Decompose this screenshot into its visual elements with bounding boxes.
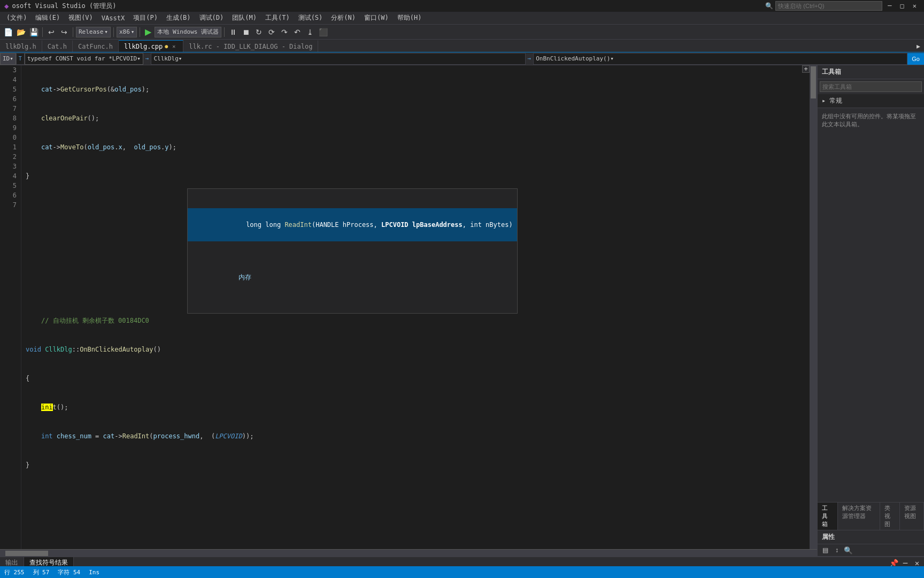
title-right: 🔍 ─ □ ✕ (765, 1, 920, 11)
tab-llkdlgh[interactable]: llkDlg.h (0, 40, 42, 52)
section-arrow: ▸ (822, 97, 829, 104)
code-line-5: cat->MoveTo(old_pos.x, old_pos.y); (26, 142, 810, 152)
menu-help[interactable]: 帮助(H) (393, 12, 426, 24)
menu-analyze[interactable]: 分析(N) (327, 12, 360, 24)
save-button[interactable]: 💾 (28, 26, 40, 38)
tab-scroll-right[interactable]: ▸ (912, 40, 924, 52)
code-area[interactable]: 3 4 5 6 7 8 9 0 1 2 3 4 5 6 7 cat->GetCu… (0, 65, 817, 549)
search-icon: 🔍 (765, 2, 773, 10)
nav-arrow-1: → (143, 55, 151, 62)
right-tab-resource[interactable]: 资源视图 (900, 503, 924, 530)
panel-content: 此组中没有可用的控件。将某项拖至此文本以具箱。 (818, 108, 924, 502)
menu-tools[interactable]: 工具(T) (261, 12, 294, 24)
prop-category-btn[interactable]: ▤ (820, 545, 830, 555)
open-button[interactable]: 📂 (15, 26, 27, 38)
code-line-4a: init(); (26, 402, 810, 412)
nav-bar: ID ▾ T typedef CONST void far *LPCVOID ▾… (0, 52, 924, 65)
toolbox-search-input[interactable] (820, 81, 922, 92)
menu-bar: (文件) 编辑(E) 视图(V) VAsstX 项目(P) 生成(B) 调试(D… (0, 12, 924, 25)
quick-launch-input[interactable] (775, 1, 882, 11)
code-line-2a: void CllkDlg::OnBnClickedAutoplay() (26, 345, 810, 354)
title-text: osoft Visual Studio (管理员) (12, 2, 116, 11)
config-arrow: ▾ (104, 28, 108, 35)
code-line-6a: } (26, 460, 810, 470)
toolbar-btn-8[interactable]: ⬛ (317, 26, 329, 38)
minimize-button[interactable]: ─ (884, 2, 895, 10)
toolbar-btn-2[interactable]: ⏹ (240, 26, 252, 38)
new-project-button[interactable]: 📄 (2, 26, 14, 38)
menu-project[interactable]: 项目(P) (129, 12, 162, 24)
properties-title: 属性 (818, 530, 924, 544)
code-line-7a (26, 489, 810, 499)
tab-llkdlgcpp[interactable]: llkDlg.cpp ● ✕ (119, 40, 183, 52)
debug-target-label: 本地 Windows 调试器 (155, 27, 221, 37)
toolbar-btn-1[interactable]: ⏸ (227, 26, 239, 38)
menu-build[interactable]: 生成(B) (162, 12, 195, 24)
menu-view[interactable]: 视图(V) (64, 12, 97, 24)
tab-catfunch[interactable]: CatFunc.h (73, 40, 119, 52)
toolbar-btn-7[interactable]: ⤓ (304, 26, 316, 38)
start-debug-button[interactable]: ▶ (143, 27, 153, 37)
right-panel-tabs: 工具箱 解决方案资源管理器 类视图 资源视图 (818, 502, 924, 530)
maximize-button[interactable]: □ (897, 2, 907, 10)
prop-search-btn[interactable]: 🔍 (843, 545, 853, 555)
tab-label-llkrc: llk.rc - IDD_LLK_DIALOG - Dialog (189, 43, 312, 50)
toolbar-sep-1 (42, 27, 43, 37)
horizontal-scrollbar[interactable] (0, 549, 817, 557)
nav-typedef-icon-sym: T (19, 56, 22, 62)
nav-typedef-dropdown[interactable]: typedef CONST void far *LPCVOID ▾ (25, 53, 143, 65)
h-scrollbar-thumb[interactable] (5, 551, 48, 556)
toolbar-btn-6[interactable]: ↶ (291, 26, 303, 38)
tab-cath[interactable]: Cat.h (42, 40, 73, 52)
tooltip-param-active: LPCVOID lpBaseAddress (381, 221, 463, 229)
right-tab-solution[interactable]: 解决方案资源管理器 (838, 503, 880, 530)
properties-area: 属性 ▤ ↕ 🔍 (818, 530, 924, 557)
add-watch-button[interactable]: + (802, 65, 810, 73)
code-line-3a: { (26, 374, 810, 383)
undo-button[interactable]: ↩ (45, 26, 57, 38)
scrollbar-thumb[interactable] (811, 66, 816, 98)
nav-context-dropdown[interactable]: ID ▾ (0, 53, 16, 65)
code-line-5a: int chess_num = cat->ReadInt(process_hwn… (26, 431, 810, 441)
toolbar-btn-3[interactable]: ↻ (253, 26, 265, 38)
config-label: Release (79, 28, 103, 35)
nav-typedef-label: typedef CONST void far *LPCVOID (27, 55, 137, 62)
close-button[interactable]: ✕ (910, 2, 920, 10)
vertical-scrollbar[interactable] (810, 65, 817, 549)
status-line: 行 255 (4, 568, 25, 576)
config-dropdown[interactable]: Release ▾ (76, 27, 111, 37)
right-tab-class[interactable]: 类视图 (880, 503, 900, 530)
menu-debug[interactable]: 调试(D) (195, 12, 228, 24)
title-left: ◆ osoft Visual Studio (管理员) (4, 2, 116, 11)
prop-alpha-btn[interactable]: ↕ (831, 545, 842, 555)
menu-file[interactable]: (文件) (2, 12, 31, 24)
menu-test[interactable]: 测试(S) (294, 12, 327, 24)
autocomplete-tooltip: long long ReadInt(HANDLE hProcess, LPCVO… (187, 188, 518, 314)
toolbar-btn-4[interactable]: ⟳ (266, 26, 278, 38)
nav-func-dropdown[interactable]: OnBnClickedAutoplay() ▾ (533, 53, 907, 65)
toolbar-sep-5 (224, 27, 225, 37)
tab-llkrc[interactable]: llk.rc - IDD_LLK_DIALOG - Dialog (183, 40, 318, 52)
status-bar: 行 255 列 57 字符 54 Ins (0, 566, 924, 578)
menu-team[interactable]: 团队(M) (228, 12, 261, 24)
tab-modified-indicator: ● (165, 43, 168, 49)
menu-edit[interactable]: 编辑(E) (31, 12, 64, 24)
nav-func-arrow: ▾ (610, 55, 614, 62)
nav-go-button[interactable]: Go (907, 53, 924, 65)
redo-button[interactable]: ↪ (58, 26, 70, 38)
platform-dropdown[interactable]: x86 ▾ (117, 27, 137, 37)
nav-context-arrow: ▾ (10, 55, 13, 62)
panel-empty-text: 此组中没有可用的控件。将某项拖至此文本以具箱。 (822, 113, 916, 128)
nav-class-dropdown[interactable]: CllkDlg ▾ (151, 53, 525, 65)
right-tab-toolbox[interactable]: 工具箱 (818, 503, 838, 530)
toolbar-btn-5[interactable]: ↷ (279, 26, 290, 38)
toolbar: 📄 📂 💾 ↩ ↪ Release ▾ x86 ▾ ▶ 本地 Windows 调… (0, 25, 924, 40)
menu-vassistx[interactable]: VAsstX (97, 13, 129, 23)
tab-close-llkdlgcpp[interactable]: ✕ (170, 43, 178, 50)
tab-label-llkdlgcpp: llkDlg.cpp (124, 43, 163, 50)
title-bar: ◆ osoft Visual Studio (管理员) 🔍 ─ □ ✕ (0, 0, 924, 12)
code-content[interactable]: cat->GetCursorPos(&old_pos); clearOnePai… (21, 65, 810, 549)
menu-window[interactable]: 窗口(W) (360, 12, 393, 24)
code-editor: 3 4 5 6 7 8 9 0 1 2 3 4 5 6 7 cat->GetCu… (0, 65, 817, 557)
tab-label-llkdlgh: llkDlg.h (5, 43, 36, 50)
